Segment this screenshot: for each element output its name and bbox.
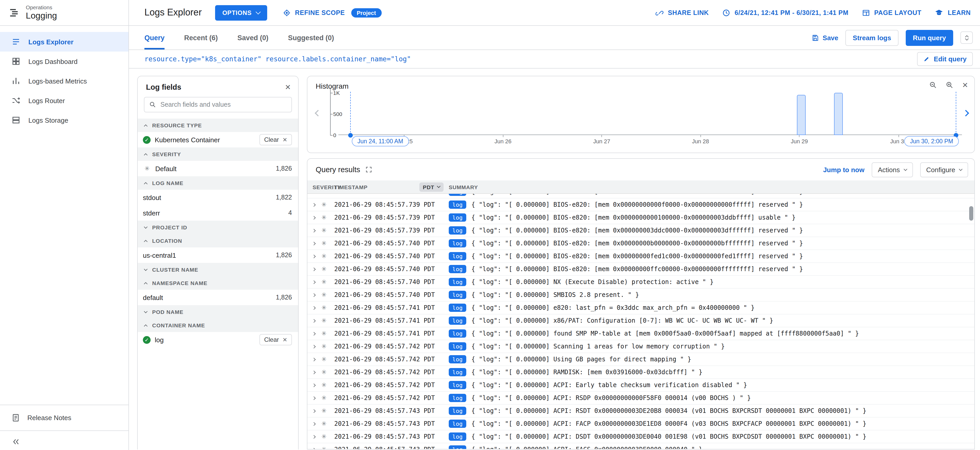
collapse-query-button[interactable]: [960, 32, 973, 44]
sidebar-item-logs-based-metrics[interactable]: Logs-based Metrics: [0, 71, 129, 91]
expand-row-icon[interactable]: [312, 448, 316, 449]
log-name-chip[interactable]: log: [449, 433, 466, 441]
clear-filter-button[interactable]: Clear✕: [259, 134, 292, 145]
table-row[interactable]: ✳2021-06-29 08:45:57.739 PDTlog{ "log": …: [307, 194, 974, 198]
table-row[interactable]: ✳2021-06-29 08:45:57.743 PDTlog{ "log": …: [307, 405, 974, 418]
table-row[interactable]: ✳2021-06-29 08:45:57.740 PDTlog{ "log": …: [307, 288, 974, 301]
expand-row-icon[interactable]: [312, 435, 316, 438]
tab-suggested[interactable]: Suggested (0): [288, 26, 334, 49]
close-log-fields-icon[interactable]: ✕: [285, 84, 291, 91]
field-section-cluster-name[interactable]: CLUSTER NAME: [138, 263, 298, 276]
table-row[interactable]: ✳2021-06-29 08:45:57.740 PDTlog{ "log": …: [307, 250, 974, 263]
close-histogram-icon[interactable]: ✕: [962, 81, 968, 89]
expand-row-icon[interactable]: [312, 358, 316, 361]
expand-row-icon[interactable]: [312, 396, 316, 400]
tab-query[interactable]: Query: [145, 26, 164, 49]
options-button[interactable]: OPTIONS: [215, 5, 267, 21]
expand-row-icon[interactable]: [312, 203, 316, 206]
log-name-chip[interactable]: log: [449, 394, 466, 402]
log-name-chip[interactable]: log: [449, 239, 466, 247]
expand-row-icon[interactable]: [312, 345, 316, 348]
scope-project-chip[interactable]: Project: [351, 8, 382, 17]
log-fields-search[interactable]: [144, 97, 292, 112]
log-name-chip[interactable]: log: [449, 420, 466, 428]
results-scrollbar-thumb[interactable]: [969, 206, 973, 220]
expand-row-icon[interactable]: [312, 332, 316, 335]
log-name-chip[interactable]: log: [449, 194, 466, 196]
expand-row-icon[interactable]: [312, 293, 316, 297]
expand-results-icon[interactable]: [365, 166, 372, 173]
clear-filter-button[interactable]: Clear✕: [259, 334, 292, 345]
field-section-log-name[interactable]: LOG NAME: [138, 176, 298, 190]
expand-row-icon[interactable]: [312, 254, 316, 258]
field-section-container-name[interactable]: CONTAINER NAME: [138, 318, 298, 332]
histogram-next-button[interactable]: [964, 108, 968, 117]
log-name-chip[interactable]: log: [449, 407, 466, 415]
table-row[interactable]: ✳2021-06-29 08:45:57.742 PDTlog{ "log": …: [307, 379, 974, 392]
field-value-stderr[interactable]: stderr4: [138, 205, 298, 220]
sidebar-item-logs-router[interactable]: Logs Router: [0, 91, 129, 110]
query-text[interactable]: resource.type="k8s_container" resource.l…: [145, 55, 917, 63]
field-section-namespace-name[interactable]: NAMESPACE NAME: [138, 276, 298, 290]
log-name-chip[interactable]: log: [449, 278, 466, 286]
log-name-chip[interactable]: log: [449, 304, 466, 312]
edit-query-button[interactable]: Edit query: [917, 52, 973, 66]
expand-row-icon[interactable]: [312, 319, 316, 322]
log-name-chip[interactable]: log: [449, 213, 466, 222]
log-name-chip[interactable]: log: [449, 368, 466, 376]
expand-row-icon[interactable]: [312, 383, 316, 387]
sidebar-item-release-notes[interactable]: Release Notes: [0, 405, 129, 430]
tab-saved[interactable]: Saved (0): [237, 26, 269, 49]
field-section-pod-name[interactable]: POD NAME: [138, 305, 298, 318]
timezone-selector[interactable]: PDT: [419, 182, 444, 192]
table-row[interactable]: ✳2021-06-29 08:45:57.739 PDTlog{ "log": …: [307, 198, 974, 211]
table-row[interactable]: ✳2021-06-29 08:45:57.743 PDTlog{ "log": …: [307, 430, 974, 443]
save-button[interactable]: Save: [811, 34, 838, 41]
range-start-handle[interactable]: [348, 133, 353, 138]
expand-row-icon[interactable]: [312, 228, 316, 232]
field-value-us-central1[interactable]: us-central11,826: [138, 247, 298, 263]
log-name-chip[interactable]: log: [449, 342, 466, 350]
table-row[interactable]: ✳2021-06-29 08:45:57.739 PDTlog{ "log": …: [307, 224, 974, 237]
expand-row-icon[interactable]: [312, 370, 316, 374]
collapse-sidebar-button[interactable]: [0, 430, 129, 450]
field-value-stdout[interactable]: stdout1,822: [138, 190, 298, 205]
field-value-default[interactable]: default1,826: [138, 290, 298, 305]
field-section-project-id[interactable]: PROJECT ID: [138, 220, 298, 234]
table-row[interactable]: ✳2021-06-29 08:45:57.740 PDTlog{ "log": …: [307, 237, 974, 250]
expand-row-icon[interactable]: [312, 306, 316, 309]
field-value-kubernetes-container[interactable]: ✓Kubernetes ContainerClear✕: [138, 132, 298, 147]
expand-row-icon[interactable]: [312, 280, 316, 284]
log-name-chip[interactable]: log: [449, 445, 466, 449]
sidebar-item-logs-dashboard[interactable]: Logs Dashboard: [0, 52, 129, 71]
field-value-log[interactable]: ✓logClear✕: [138, 332, 298, 347]
table-row[interactable]: ✳2021-06-29 08:45:57.741 PDTlog{ "log": …: [307, 327, 974, 340]
field-section-location[interactable]: LOCATION: [138, 234, 298, 247]
range-end-pill[interactable]: Jun 30, 2:00 PM: [904, 136, 959, 146]
actions-button[interactable]: Actions: [872, 162, 913, 177]
jump-to-now-button[interactable]: Jump to now: [823, 166, 864, 173]
log-name-chip[interactable]: log: [449, 265, 466, 273]
sidebar-item-logs-explorer[interactable]: Logs Explorer: [0, 32, 129, 52]
run-query-button[interactable]: Run query: [905, 30, 953, 46]
field-value-default[interactable]: ✳Default1,826: [138, 161, 298, 176]
log-name-chip[interactable]: log: [449, 317, 466, 325]
expand-row-icon[interactable]: [312, 267, 316, 271]
expand-row-icon[interactable]: [312, 422, 316, 426]
share-link-button[interactable]: SHARE LINK: [655, 8, 709, 17]
field-section-severity[interactable]: SEVERITY: [138, 147, 298, 161]
histogram-bar[interactable]: [797, 95, 806, 135]
zoom-in-icon[interactable]: [946, 81, 954, 89]
table-row[interactable]: ✳2021-06-29 08:45:57.741 PDTlog{ "log": …: [307, 301, 974, 314]
time-range-button[interactable]: 6/24/21, 12:41 PM - 6/30/21, 1:41 PM: [722, 8, 848, 17]
log-name-chip[interactable]: log: [449, 201, 466, 209]
log-name-chip[interactable]: log: [449, 226, 466, 235]
log-name-chip[interactable]: log: [449, 330, 466, 338]
configure-button[interactable]: Configure: [920, 162, 968, 177]
log-name-chip[interactable]: log: [449, 381, 466, 389]
table-row[interactable]: ✳2021-06-29 08:45:57.740 PDTlog{ "log": …: [307, 276, 974, 288]
search-fields-input[interactable]: [161, 101, 287, 108]
tab-recent[interactable]: Recent (6): [184, 26, 218, 49]
log-name-chip[interactable]: log: [449, 291, 466, 299]
learn-button[interactable]: LEARN: [935, 8, 971, 17]
